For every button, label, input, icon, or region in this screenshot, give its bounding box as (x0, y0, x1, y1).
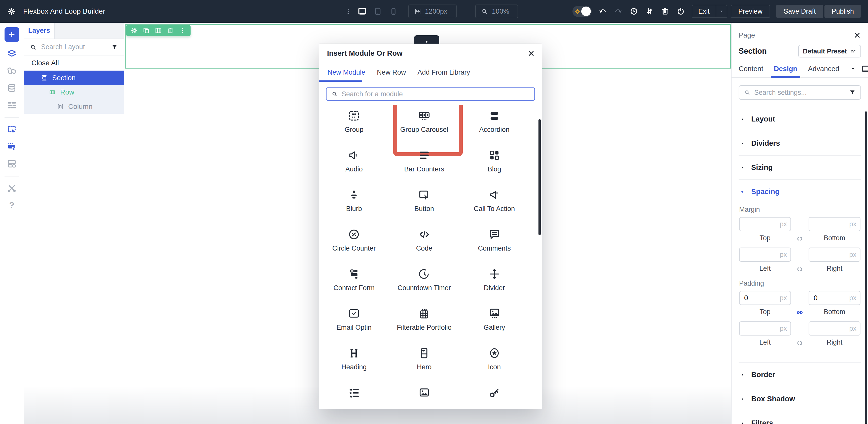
tab-add-from-library[interactable]: Add From Library (417, 68, 470, 76)
sort-arrows-icon[interactable] (645, 7, 654, 16)
filter-funnel-icon[interactable] (111, 44, 118, 51)
modal-scrollbar[interactable] (538, 119, 541, 235)
portability-power-icon[interactable] (676, 7, 685, 16)
exit-button[interactable]: Exit (692, 5, 727, 18)
insert-row-click-icon[interactable] (6, 141, 17, 152)
section-settings-gear-icon[interactable] (130, 27, 138, 34)
undo-icon[interactable] (598, 7, 607, 16)
help-icon[interactable]: ? (9, 200, 14, 210)
tab-new-row[interactable]: New Row (377, 68, 406, 76)
layer-item-row[interactable]: Row (24, 85, 124, 99)
section-columns-icon[interactable] (155, 27, 162, 34)
layers-icon[interactable] (6, 48, 17, 59)
group-filters[interactable]: Filters (739, 411, 861, 424)
publish-button[interactable]: Publish (825, 5, 861, 18)
module-item[interactable] (319, 382, 389, 409)
padding-right-input[interactable] (809, 321, 861, 336)
module-item-blog[interactable]: Blog (459, 145, 529, 184)
page-preview-icon[interactable] (6, 159, 17, 169)
section-kebab-icon[interactable] (179, 27, 186, 34)
module-item[interactable] (459, 382, 529, 409)
group-spacing[interactable]: Spacing (739, 179, 861, 204)
module-item-group[interactable]: Group (319, 105, 389, 145)
link-broken-icon[interactable] (796, 235, 804, 243)
module-item-divider[interactable]: Divider (459, 263, 529, 303)
database-icon[interactable] (6, 83, 17, 93)
module-item-gallery[interactable]: Gallery (459, 303, 529, 343)
margin-right-input[interactable] (809, 248, 861, 262)
desktop-view-icon[interactable] (358, 6, 367, 16)
margin-top-input[interactable] (739, 217, 791, 231)
layers-search-row[interactable]: Search Layout (24, 39, 124, 55)
padding-top-input[interactable] (739, 291, 791, 305)
close-all-button[interactable]: Close All (24, 55, 124, 70)
link-broken-icon[interactable] (796, 265, 804, 273)
module-item-email-optin[interactable]: Email Optin (319, 303, 389, 343)
module-item-contact-form[interactable]: Contact Form (319, 263, 389, 303)
zoom-level-field[interactable]: 100% (475, 4, 518, 18)
section-duplicate-icon[interactable] (143, 27, 150, 34)
phone-view-icon[interactable] (389, 6, 398, 16)
module-item-filterable-portfolio[interactable]: Filterable Portfolio (389, 303, 459, 343)
tablet-view-icon[interactable] (373, 6, 383, 16)
insert-module-click-icon[interactable] (6, 124, 17, 135)
group-border[interactable]: Border (739, 363, 861, 387)
close-icon[interactable] (854, 31, 861, 39)
responsive-width-field[interactable]: 1200px (408, 4, 457, 18)
module-item[interactable] (389, 382, 459, 409)
settings-gear-icon[interactable] (7, 7, 16, 16)
module-item-group-carousel[interactable]: Group Carousel (389, 105, 459, 145)
tab-new-module[interactable]: New Module (328, 68, 365, 76)
field-list-icon[interactable] (6, 100, 17, 110)
add-row-handle[interactable] (414, 35, 439, 44)
redo-icon[interactable] (614, 7, 623, 16)
tab-advanced[interactable]: Advanced (808, 65, 839, 73)
module-item-audio[interactable]: Audio (319, 145, 389, 184)
add-module-icon[interactable] (4, 27, 19, 42)
module-item-heading[interactable]: Heading (319, 343, 389, 382)
settings-search-input[interactable]: Search settings... (739, 85, 861, 100)
tab-layers[interactable]: Layers (24, 23, 55, 38)
tools-icon[interactable] (6, 183, 17, 194)
module-item-code[interactable]: Code (389, 224, 459, 263)
layer-item-column[interactable]: Column (24, 99, 124, 114)
layer-item-section[interactable]: Section (24, 70, 124, 85)
save-draft-button[interactable]: Save Draft (776, 5, 824, 18)
module-item-icon[interactable]: Icon (459, 343, 529, 382)
history-clock-icon[interactable] (629, 7, 639, 16)
module-item-countdown-timer[interactable]: Countdown Timer (389, 263, 459, 303)
group-box-shadow[interactable]: Box Shadow (739, 387, 861, 411)
kebab-menu-icon[interactable] (344, 7, 352, 15)
margin-bottom-input[interactable] (809, 217, 861, 231)
tab-content[interactable]: Content (739, 65, 763, 73)
default-preset-button[interactable]: Default Preset (798, 45, 861, 57)
module-item-button[interactable]: Button (389, 184, 459, 224)
design-assets-icon[interactable] (6, 65, 17, 76)
module-item-call-to-action[interactable]: Call To Action (459, 184, 529, 224)
padding-bottom-input[interactable] (809, 291, 861, 305)
module-item-bar-counters[interactable]: Bar Counters (389, 145, 459, 184)
padding-left-input[interactable] (739, 321, 791, 336)
section-trash-icon[interactable] (167, 27, 174, 34)
group-sizing[interactable]: Sizing (739, 155, 861, 179)
link-chain-icon[interactable] (796, 309, 804, 317)
filter-funnel-icon[interactable] (849, 89, 856, 96)
module-item-blurb[interactable]: Blurb (319, 184, 389, 224)
preview-button[interactable]: Preview (731, 5, 770, 18)
module-item-comments[interactable]: Comments (459, 224, 529, 263)
group-layout[interactable]: Layout (739, 107, 861, 131)
builder-mode-toggle[interactable] (572, 6, 592, 17)
tab-design[interactable]: Design (774, 65, 797, 73)
settings-scrollbar[interactable] (865, 111, 867, 424)
link-broken-icon[interactable] (796, 339, 804, 347)
chevron-down-icon[interactable] (850, 65, 857, 72)
trash-icon[interactable] (660, 7, 670, 16)
desktop-view-icon[interactable] (862, 64, 868, 73)
module-search-input[interactable]: Search for a module (326, 87, 535, 101)
module-item-hero[interactable]: Hero (389, 343, 459, 382)
group-dividers[interactable]: Dividers (739, 131, 861, 155)
module-item-accordion[interactable]: Accordion (459, 105, 529, 145)
margin-left-input[interactable] (739, 248, 791, 262)
close-icon[interactable] (527, 50, 535, 57)
exit-caret-down-icon[interactable] (718, 8, 725, 15)
